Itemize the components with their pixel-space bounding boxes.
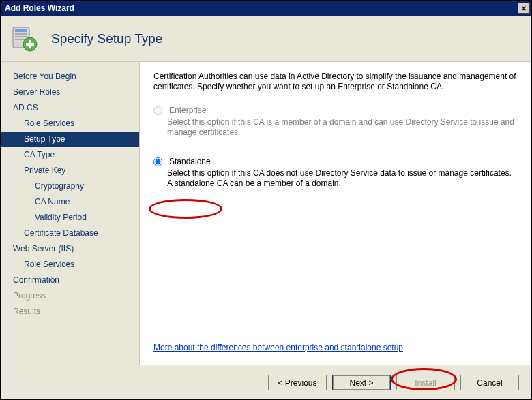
wizard-nav: Before You BeginServer RolesAD CSRole Se… <box>1 62 140 365</box>
nav-item-role-services[interactable]: Role Services <box>1 257 139 273</box>
nav-item-server-roles[interactable]: Server Roles <box>1 84 139 100</box>
option-enterprise-desc: Select this option if this CA is a membe… <box>167 117 518 138</box>
close-icon: ✕ <box>521 5 527 12</box>
nav-item-cryptography[interactable]: Cryptography <box>1 179 139 194</box>
next-button[interactable]: Next > <box>332 375 391 390</box>
page-title: Specify Setup Type <box>51 31 162 46</box>
nav-item-role-services[interactable]: Role Services <box>1 116 139 132</box>
wizard-body: Before You BeginServer RolesAD CSRole Se… <box>1 62 531 365</box>
help-link[interactable]: More about the differences between enter… <box>153 343 518 358</box>
title-bar: Add Roles Wizard ✕ <box>1 1 531 16</box>
previous-button[interactable]: < Previous <box>268 375 327 390</box>
install-button[interactable]: Install <box>396 375 455 390</box>
nav-item-results: Results <box>1 304 139 320</box>
wizard-header: Specify Setup Type <box>1 16 531 62</box>
server-role-icon <box>10 25 39 53</box>
radio-standalone[interactable] <box>153 157 162 166</box>
nav-item-ad-cs[interactable]: AD CS <box>1 100 139 116</box>
svg-rect-3 <box>15 36 27 37</box>
svg-rect-2 <box>15 33 27 35</box>
nav-item-validity-period[interactable]: Validity Period <box>1 210 139 226</box>
nav-item-private-key[interactable]: Private Key <box>1 163 139 179</box>
window-title: Add Roles Wizard <box>5 3 74 13</box>
nav-item-confirmation[interactable]: Confirmation <box>1 273 139 288</box>
nav-item-ca-type[interactable]: CA Type <box>1 147 139 163</box>
nav-item-before-you-begin[interactable]: Before You Begin <box>1 69 139 84</box>
radio-enterprise[interactable] <box>153 106 162 115</box>
option-enterprise-label: Enterprise <box>169 106 207 115</box>
nav-item-progress: Progress <box>1 288 139 304</box>
option-standalone-desc: Select this option if this CA does not u… <box>167 168 518 189</box>
option-enterprise: Enterprise Select this option if this CA… <box>153 106 518 138</box>
page-description: Certification Authorities can use data i… <box>153 72 518 92</box>
nav-item-web-server-iis-[interactable]: Web Server (IIS) <box>1 241 139 257</box>
wizard-content: Certification Authorities can use data i… <box>140 62 531 365</box>
nav-item-certificate-database[interactable]: Certificate Database <box>1 226 139 241</box>
nav-item-setup-type[interactable]: Setup Type <box>1 132 139 147</box>
cancel-button[interactable]: Cancel <box>460 375 519 390</box>
option-standalone-label: Standalone <box>169 157 211 166</box>
nav-item-ca-name[interactable]: CA Name <box>1 194 139 210</box>
option-standalone: Standalone Select this option if this CA… <box>153 157 518 189</box>
wizard-footer: < Previous Next > Install Cancel <box>1 365 531 400</box>
svg-rect-1 <box>15 29 27 32</box>
svg-rect-7 <box>26 43 34 46</box>
close-button[interactable]: ✕ <box>518 3 530 14</box>
